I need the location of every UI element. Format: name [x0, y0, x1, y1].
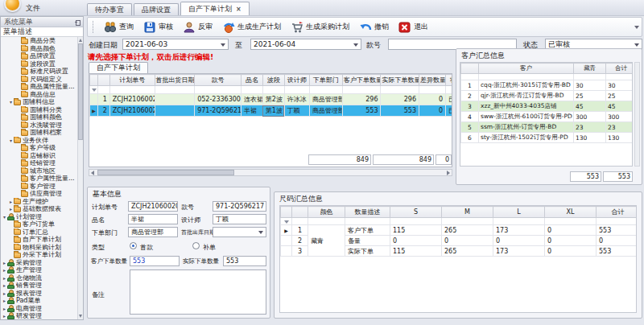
grid-tab[interactable]: 自产下单计划: [89, 62, 148, 73]
column-header[interactable]: 品名: [241, 75, 262, 86]
sidebar-item[interactable]: 客户订货单: [1, 220, 77, 228]
sidebar-item[interactable]: 商品分类: [1, 37, 77, 45]
unaudit-button[interactable]: 反审: [179, 19, 217, 35]
size-s-cell[interactable]: 115: [390, 246, 442, 257]
style-no-cell[interactable]: 052-23363006-1: [195, 94, 242, 105]
sidebar-item[interactable]: 面辅料档案: [1, 129, 77, 137]
scroll-up-icon[interactable]: [79, 39, 82, 42]
expand-icon[interactable]: [8, 137, 14, 145]
customer-cell[interactable]: ssm-浙江杭州-订货专用-BD: [479, 122, 574, 133]
status-cell[interactable]: 已审核: [446, 94, 452, 105]
query-button[interactable]: 查询: [100, 19, 138, 35]
expand-icon[interactable]: [2, 290, 7, 298]
size-s-cell[interactable]: 115: [390, 225, 442, 236]
column-header[interactable]: 实际下单数量: [381, 75, 419, 86]
size-xl-cell[interactable]: 0: [545, 225, 597, 236]
customer-row[interactable]: 6 sty-浙江杭州-1502订货专用-PD 130 130: [461, 133, 634, 143]
navy-qty-cell[interactable]: 30: [574, 80, 606, 91]
product-name-cell[interactable]: 连衣裙: [241, 94, 262, 105]
tab-brand-settings[interactable]: 品牌设置: [134, 3, 179, 15]
sidebar-item[interactable]: 基础数据报表: [1, 205, 77, 213]
filter-icon[interactable]: [284, 220, 289, 224]
expand-icon[interactable]: [2, 297, 7, 305]
sidebar-item[interactable]: 面辅料信息: [1, 98, 77, 106]
total-cell[interactable]: 25: [606, 91, 634, 101]
navy-qty-cell[interactable]: 23: [574, 122, 606, 133]
date-to-combo[interactable]: 2021-06-04: [250, 39, 361, 50]
size-xl-cell[interactable]: 0: [545, 246, 597, 257]
sidebar-item[interactable]: 销售管理: [1, 282, 77, 290]
customer-cell[interactable]: sty-浙江杭州-1502订货专用-PD: [479, 133, 574, 143]
style-no-cell[interactable]: 971-2Q596217: [195, 105, 242, 117]
size-m-cell[interactable]: 265: [442, 246, 493, 257]
customer-filter-row[interactable]: [461, 74, 634, 80]
column-header[interactable]: 状态: [446, 75, 452, 86]
expand-icon[interactable]: [2, 282, 7, 290]
designer-cell[interactable]: 许冰冰: [284, 94, 309, 105]
grid-row-2-selected[interactable]: ▶ 2 ZCJH21060020 971-2Q596217 半裙 第1波 丁颖 …: [90, 105, 453, 117]
sidebar-item[interactable]: 商品信息: [1, 91, 77, 99]
column-header[interactable]: 合计: [597, 207, 638, 218]
product-name-cell[interactable]: 半裙: [241, 105, 262, 117]
date-from-combo[interactable]: 2021-06-03: [122, 39, 229, 50]
expand-icon[interactable]: [2, 312, 7, 319]
designer-field[interactable]: 丁颖: [213, 214, 266, 224]
scrollbar-thumb[interactable]: [97, 170, 234, 175]
plan-no-cell[interactable]: ZCJH21060020: [109, 105, 155, 117]
total-cell[interactable]: 45: [606, 101, 634, 112]
customer-scrollbar[interactable]: [634, 62, 640, 167]
expand-icon[interactable]: [8, 198, 14, 206]
scroll-left-icon[interactable]: [91, 171, 94, 175]
sidebar-item[interactable]: 客户管理: [1, 183, 77, 191]
wave-cell[interactable]: 第2波: [262, 94, 284, 105]
column-header[interactable]: 颜色: [308, 207, 345, 218]
navy-qty-cell[interactable]: 25: [574, 91, 606, 101]
size-l-cell[interactable]: 0: [493, 236, 545, 246]
column-header[interactable]: 波段: [262, 75, 284, 86]
generate-production-plan-button[interactable]: 生成生产计划: [218, 19, 285, 35]
file-menu[interactable]: 文件: [26, 3, 40, 14]
customer-cell[interactable]: sww-浙江杭州-6100订货专用-PD: [479, 112, 574, 122]
grid-row-1[interactable]: 1 ZCJH21060024 052-23363006-1 连衣裙 第2波 许冰…: [90, 94, 453, 105]
sidebar-item[interactable]: 仓储物流: [1, 274, 77, 282]
customer-row[interactable]: 4 sww-浙江杭州-6100订货专用-PD 300 300: [461, 112, 634, 122]
expand-icon[interactable]: [2, 213, 7, 221]
sidebar-item[interactable]: 面辅料分类: [1, 106, 77, 114]
customer-qty-field[interactable]: 553: [130, 256, 180, 266]
customer-cell[interactable]: xzz_新中州4033-4035店铺: [479, 101, 574, 112]
sidebar-item[interactable]: 电商管理: [1, 305, 77, 313]
sidebar-item[interactable]: 尺码组定义: [1, 76, 77, 84]
sidebar-item[interactable]: 研发管理: [1, 312, 77, 319]
wave-cell-editor[interactable]: 第1波: [262, 105, 284, 117]
column-header[interactable]: 差异数量: [419, 75, 446, 86]
customer-row[interactable]: 3 xzz_新中州4033-4035店铺 45 45: [461, 101, 634, 112]
size-total-cell[interactable]: 553: [597, 225, 638, 236]
sidebar-item[interactable]: 物料采购计划: [1, 244, 77, 252]
size-total-cell[interactable]: 0: [597, 236, 638, 246]
column-header[interactable]: 客户下单数量: [342, 75, 381, 86]
sidebar-item[interactable]: 品牌设置: [1, 52, 77, 60]
expand-icon[interactable]: [2, 259, 7, 267]
close-tab-icon[interactable]: ×: [236, 6, 242, 13]
sidebar-scrollbar[interactable]: [77, 37, 83, 319]
sidebar-item[interactable]: 水洗唛管理: [1, 121, 77, 130]
sidebar-item[interactable]: 业务伙伴: [1, 137, 77, 145]
qty-desc-cell[interactable]: 备量: [345, 236, 390, 246]
dropdown-arrow-icon[interactable]: [353, 43, 358, 47]
scroll-right-icon[interactable]: [447, 171, 450, 175]
first-ship-date-cell[interactable]: [155, 105, 195, 117]
first-ship-date-cell[interactable]: [155, 94, 195, 105]
undo-button[interactable]: 撤销: [355, 19, 393, 35]
sidebar-item[interactable]: 订单汇总: [1, 228, 77, 237]
remark-textarea[interactable]: [130, 269, 266, 315]
sidebar-item[interactable]: 商品属性批量...: [1, 83, 77, 91]
column-header[interactable]: S: [390, 207, 442, 218]
total-cell[interactable]: 130: [606, 133, 634, 143]
dropdown-arrow-icon[interactable]: [634, 43, 639, 47]
column-header[interactable]: 客户: [479, 64, 574, 74]
sidebar-item[interactable]: 供应商管理: [1, 190, 77, 198]
customer-row[interactable]: 2 qjr-浙江杭州-青江订货专用-BD 25 25: [461, 91, 634, 101]
expand-icon[interactable]: [2, 274, 7, 282]
total-cell[interactable]: 300: [606, 112, 634, 122]
size-m-cell[interactable]: 265: [442, 225, 493, 236]
